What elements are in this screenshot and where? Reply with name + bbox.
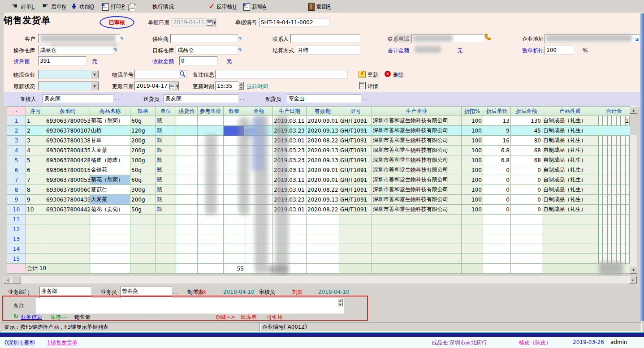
grid-cell-dprice[interactable]: 0	[483, 175, 511, 185]
lookup-arrow-icon[interactable]: ◥	[113, 47, 117, 53]
grid-cell-spec[interactable]: 100g	[130, 155, 156, 165]
grid-cell-tail[interactable]	[598, 224, 630, 234]
grid-cell-model[interactable]: GH/T1091	[339, 126, 372, 136]
grid-cell-prod[interactable]: 2019.03.23	[273, 126, 307, 136]
function-button[interactable]: 功能O	[72, 2, 94, 12]
current-time-link[interactable]: 当前时间	[246, 83, 268, 90]
grid-cell-model[interactable]: GH/T1091	[339, 146, 372, 155]
grid-cell-damt[interactable]: 80	[511, 136, 542, 146]
grid-cell-barcode[interactable]: 6930637800053	[45, 175, 90, 185]
grid-cell-valid[interactable]: 2020.09.13	[307, 195, 339, 205]
grid-cell-dprice[interactable]	[483, 254, 511, 264]
grid-cell-prod[interactable]: 2019.03.23	[273, 155, 307, 165]
grid-cell-disc[interactable]	[462, 215, 483, 224]
grid-cell-nature[interactable]	[542, 244, 598, 254]
grid-cell-disc[interactable]	[462, 234, 483, 244]
grid-cell-supply[interactable]	[176, 254, 198, 264]
grid-cell-seq[interactable]: 9	[26, 195, 45, 205]
grid-cell-damt[interactable]: 0	[511, 165, 542, 175]
grid-cell-nature[interactable]: 自制成品（礼生）	[542, 136, 598, 146]
grid-cell-model[interactable]: GH/T1091	[339, 155, 372, 165]
grid-cell-nature[interactable]: 自制成品（礼生）	[542, 116, 598, 126]
scroll-thumb[interactable]	[11, 276, 21, 284]
grid-cell-unit[interactable]	[156, 264, 176, 274]
grid-cell-supply[interactable]	[176, 224, 198, 234]
logistics-delete-button[interactable]: 删除	[393, 71, 404, 78]
grid-cell-seq[interactable]	[26, 244, 45, 254]
grid-cell-dprice[interactable]: 0	[483, 195, 511, 205]
grid-cell-seq[interactable]: 2	[26, 126, 45, 136]
grid-vertical-scrollbar[interactable]: ▲ ▼	[630, 106, 637, 274]
deliverer-field[interactable]: 吴亥朗	[164, 94, 239, 103]
grid-cell-barcode[interactable]	[45, 244, 90, 254]
grid-cell-damt[interactable]: 130	[511, 116, 542, 126]
grid-cell-dprice[interactable]: 0	[483, 185, 511, 195]
grid-col-dprice[interactable]: 折后单价	[483, 107, 511, 116]
grid-cell-mark[interactable]	[7, 264, 26, 274]
grid-col-supply[interactable]: 供货价	[176, 107, 198, 116]
detail-button[interactable]: 详情	[367, 83, 378, 90]
grid-col-amount[interactable]: 金额	[245, 107, 273, 116]
grid-cell-ref[interactable]	[198, 205, 224, 215]
grid-cell-supply[interactable]	[176, 146, 198, 155]
grid-cell-amount[interactable]	[245, 136, 273, 146]
picker-lookup-button[interactable]: . .	[362, 95, 367, 101]
after-discount-field[interactable]: 391	[38, 56, 86, 65]
grid-cell-name[interactable]: 大麦茶	[90, 195, 130, 205]
grid-cell-model[interactable]: GH/T1091	[339, 185, 372, 195]
latest-status-select[interactable]: ▼	[38, 82, 99, 90]
grid-cell-barcode[interactable]	[45, 254, 90, 264]
unaudit-button[interactable]: ✓ 反审核U	[208, 2, 237, 12]
grid-cell-barcode[interactable]	[45, 234, 90, 244]
grid-cell-seq[interactable]: 7	[26, 175, 45, 185]
grid-cell-prod[interactable]	[273, 224, 307, 234]
grid-cell-unit[interactable]	[156, 224, 176, 234]
grid-cell-spec[interactable]: 50g	[130, 165, 156, 175]
scroll-right-icon[interactable]: ►	[629, 276, 637, 284]
grid-cell-dprice[interactable]	[483, 264, 511, 274]
grid-cell-model[interactable]: GH/T1091	[339, 116, 372, 126]
grid-cell-seq[interactable]: 6	[26, 165, 45, 175]
grid-cell-mark[interactable]: 8	[7, 185, 26, 195]
logistics-no-field[interactable]	[134, 70, 179, 79]
grid-cell-supply[interactable]	[176, 195, 198, 205]
grid-cell-mfr[interactable]: 深圳市善和堂生物科技有限公司	[372, 126, 462, 136]
grid-cell-prod[interactable]: 2019.03.11	[273, 116, 307, 126]
contact-field[interactable]	[290, 34, 360, 43]
grid-cell-disc[interactable]: 100	[462, 175, 483, 185]
grid-cell-amount[interactable]	[245, 155, 273, 165]
grid-cell-spec[interactable]: 50g	[130, 205, 156, 215]
grid-cell-nature[interactable]	[542, 215, 598, 224]
grid-cell-nature[interactable]: 自制成品（礼生）	[542, 126, 598, 136]
grid-cell-spec[interactable]	[130, 264, 156, 274]
grid-cell-amount[interactable]	[245, 175, 273, 185]
grid-cell-name[interactable]	[90, 244, 130, 254]
grid-cell-dprice[interactable]: 0	[483, 205, 511, 215]
grid-cell-dprice[interactable]: 13	[483, 116, 511, 126]
grid-cell-nature[interactable]: 自制成品（礼生）	[542, 165, 598, 175]
grid-cell-mfr[interactable]: 深圳市善和堂生物科技有限公司	[372, 146, 462, 155]
grid-cell-dprice[interactable]: 16	[483, 136, 511, 146]
grid-cell-valid[interactable]	[307, 254, 339, 264]
grid-cell-mark[interactable]: 11	[7, 215, 26, 224]
grid-cell-name[interactable]: 山楂	[90, 126, 130, 136]
grid-cell-amount[interactable]	[245, 126, 273, 136]
grid-cell-disc[interactable]: 100	[462, 185, 483, 195]
grid-cell-mfr[interactable]: 深圳市善和堂生物科技有限公司	[372, 185, 462, 195]
reviewer-field[interactable]: 吴亥朗	[43, 94, 113, 103]
grid-cell-tail[interactable]	[598, 215, 630, 224]
grid-cell-unit[interactable]: 瓶	[156, 165, 176, 175]
grid-cell-prod[interactable]	[273, 254, 307, 264]
grid-cell-qty[interactable]	[224, 146, 245, 155]
calendar-icon[interactable]: ▼	[206, 18, 216, 27]
grid-cell-unit[interactable]: 瓶	[156, 185, 176, 195]
grid-cell-dprice[interactable]: 9	[483, 126, 511, 136]
grid-cell-spec[interactable]: 60g	[130, 116, 156, 126]
grid-cell-valid[interactable]	[307, 244, 339, 254]
grid-cell-mfr[interactable]	[372, 234, 462, 244]
grid-cell-spec[interactable]: 300g	[130, 185, 156, 195]
scroll-up-icon[interactable]: ▲	[630, 106, 637, 114]
grid-cell-mfr[interactable]: 深圳市善和堂生物科技有限公司	[372, 136, 462, 146]
grid-cell-model[interactable]	[339, 264, 372, 274]
selected-cell[interactable]	[224, 126, 244, 136]
